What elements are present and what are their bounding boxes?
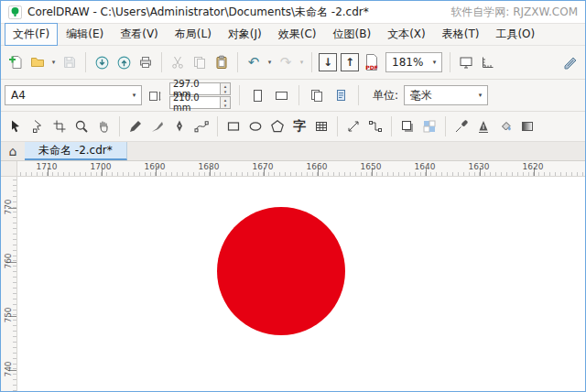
property-bar: A4 ▾ 297.0 mm ▴▾ 210.0 mm ▴▾ 单位: [1,80,585,112]
crop-tool[interactable] [49,115,71,137]
page-size-value: A4 [5,89,127,102]
portrait-orientation-button[interactable] [246,84,268,106]
freehand-tool[interactable] [125,115,146,137]
watermark-text: 软件自学网: RJZXW.COM [450,5,578,20]
all-pages-button[interactable] [306,84,328,106]
pick-tool[interactable] [5,115,27,137]
drawing-canvas[interactable] [17,177,585,391]
undo-button[interactable]: ↶ [243,51,265,73]
menu-layout[interactable]: 布局(L) [167,23,220,46]
polygon-tool[interactable] [266,115,288,137]
red-circle-shape[interactable] [217,207,345,335]
separator [445,116,446,136]
separator [239,85,240,105]
open-button[interactable] [27,51,49,73]
connector-tool[interactable] [364,115,386,137]
page-size-select[interactable]: A4 ▾ [5,85,142,105]
separator [119,116,120,136]
menu-file[interactable]: 文件(F) [5,23,58,46]
table-tool[interactable] [310,115,332,137]
h-tick-label: 1710 [37,162,58,171]
standard-toolbar: ▾ ↶ ▾ ↷ ▾ ↓ ↑ [1,46,585,80]
paste-button[interactable] [211,51,233,73]
menu-view[interactable]: 查看(V) [112,23,167,46]
h-tick-label: 1650 [361,162,382,171]
page-height-field[interactable]: 210.0 mm ▴▾ [169,96,231,109]
page-dimension-fields: 297.0 mm ▴▾ 210.0 mm ▴▾ [169,82,231,109]
menu-object[interactable]: 对象(J) [220,23,270,46]
text-tool[interactable]: 字 [288,115,310,137]
units-select[interactable]: 毫米 ▾ [404,85,488,105]
separator [217,116,218,136]
ellipse-tool[interactable] [244,115,266,137]
separator [450,52,450,72]
vertical-ruler[interactable]: 770 760 750 740 [1,177,17,391]
redo-dropdown-icon[interactable]: ▾ [297,51,307,73]
separator [85,52,86,72]
redo-button[interactable]: ↷ [275,51,297,73]
copy-button[interactable] [189,51,211,73]
horizontal-ruler[interactable]: 1710 1700 1690 1680 1670 1660 1650 1640 … [17,161,585,176]
landscape-orientation-button[interactable] [270,84,292,106]
h-tick-label: 1700 [91,162,112,171]
v-tick-label: 750 [4,307,13,323]
cloud-upload-button[interactable] [113,51,135,73]
h-tick-label: 1640 [415,162,436,171]
open-dropdown-icon[interactable]: ▾ [49,51,59,73]
new-document-button[interactable] [5,51,27,73]
pen-tool[interactable] [168,115,190,137]
menu-bar: 文件(F) 编辑(E) 查看(V) 布局(L) 对象(J) 效果(C) 位图(B… [1,23,585,46]
menu-edit[interactable]: 编辑(E) [58,23,112,46]
cloud-download-button[interactable] [91,51,113,73]
zoom-dropdown-icon: ▾ [428,59,441,66]
document-tab-bar: ⌂ 未命名 -2.cdr* [1,142,585,161]
home-tab-button[interactable]: ⌂ [1,142,25,160]
menu-effects[interactable]: 效果(C) [270,23,325,46]
separator [161,52,162,72]
separator [311,52,312,72]
interactive-fill-tool[interactable] [516,115,538,137]
export-button[interactable]: ↑ [341,53,359,71]
menu-text[interactable]: 文本(X) [379,23,434,46]
show-rulers-button[interactable] [477,51,499,73]
fill-tool[interactable] [494,115,516,137]
dimension-tool[interactable] [342,115,364,137]
zoom-tool[interactable] [71,115,92,137]
ruler-origin-corner[interactable] [1,161,17,176]
fullscreen-preview-button[interactable] [455,51,477,73]
separator [358,85,359,105]
menu-tools[interactable]: 工具(O) [487,23,543,46]
save-button[interactable] [59,51,81,73]
outline-pen-tool[interactable] [472,115,494,137]
separator [237,52,238,72]
cut-button[interactable] [167,51,189,73]
document-tab[interactable]: 未命名 -2.cdr* [25,142,127,160]
page-height-stepper[interactable]: ▴▾ [221,96,231,109]
import-arrow-icon: ↓ [323,56,332,69]
toolbox-bar: 字 [1,112,585,142]
v-tick-label: 740 [4,361,13,377]
transparency-tool[interactable] [418,115,440,137]
rectangle-tool[interactable] [222,115,244,137]
undo-dropdown-icon[interactable]: ▾ [265,51,275,73]
import-button[interactable]: ↓ [319,53,337,71]
page-height-value[interactable]: 210.0 mm [169,96,221,109]
artistic-media-tool[interactable] [146,115,168,137]
title-bar: CorelDRAW - C:\Users\Administrator\Docum… [1,1,585,23]
shape-tool[interactable] [27,115,49,137]
pan-tool[interactable] [92,115,114,137]
options-button[interactable] [559,51,581,73]
menu-table[interactable]: 表格(T) [434,23,488,46]
publish-pdf-button[interactable]: PDF [361,51,383,73]
zoom-level-select[interactable]: 181% ▾ [385,52,442,72]
h-tick-label: 1670 [253,162,274,171]
eyedropper-tool[interactable] [450,115,472,137]
bezier-tool[interactable] [190,115,212,137]
menu-bitmaps[interactable]: 位图(B) [325,23,380,46]
drop-shadow-tool[interactable] [396,115,418,137]
h-tick-label: 1680 [199,162,220,171]
page-width-stepper[interactable]: ▴▾ [221,82,231,95]
current-page-button[interactable] [330,84,352,106]
print-button[interactable] [135,51,157,73]
landscape-icon [276,92,288,100]
